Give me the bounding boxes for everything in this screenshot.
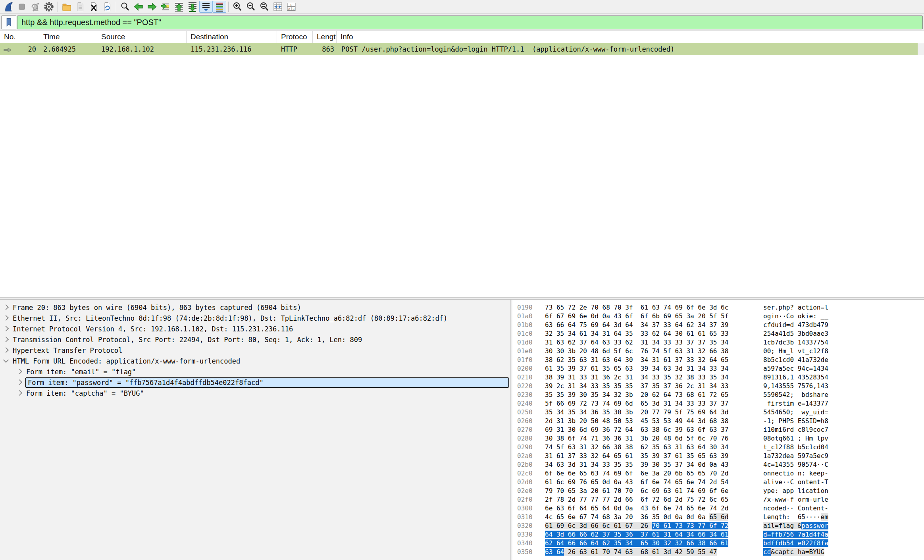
hex-row[interactable]: 020061 35 39 37 61 35 65 63 39 34 63 3d … — [512, 364, 924, 373]
hex-row[interactable]: 02405f 66 69 72 73 74 69 6d 65 3d 31 34 … — [512, 399, 924, 408]
detail-row[interactable]: Ethernet II, Src: LiteonTechno_8d:1f:98 … — [0, 313, 510, 323]
packet-list-empty-area[interactable] — [0, 55, 924, 297]
hex-ascii[interactable]: 1cb7dc3b 14337754 — [763, 339, 828, 346]
column-header-source[interactable]: Source — [97, 31, 187, 43]
hex-ascii[interactable]: i10mi6rd c8l9coc7 — [763, 426, 828, 433]
hex-row[interactable]: 02a031 61 37 33 32 64 65 61 35 39 37 61 … — [512, 451, 924, 460]
hex-row[interactable]: 02b034 63 3d 31 34 33 35 35 39 30 35 37 … — [512, 460, 924, 469]
hex-bytes[interactable]: 61 6c 69 76 65 0d 0a 43 6f 6e 74 65 6e 7… — [545, 478, 747, 486]
hex-ascii[interactable]: bdffdb54 e022f8fa — [763, 539, 828, 547]
hex-bytes[interactable]: 2f 78 2d 77 77 77 2d 66 6f 72 6d 2d 75 7… — [545, 496, 747, 503]
hex-bytes[interactable]: 64 3d 66 66 62 37 35 36 37 61 31 64 34 6… — [545, 531, 747, 538]
hex-row[interactable]: 032061 69 6c 3d 66 6c 61 67 26 70 61 73 … — [512, 521, 924, 530]
hex-bytes[interactable]: 79 70 65 3a 20 61 70 70 6c 69 63 61 74 6… — [545, 487, 747, 495]
packet-row[interactable]: 202.684925192.168.1.102115.231.236.116HT… — [0, 43, 918, 55]
detail-row-selected[interactable]: Form item: "password" = "ffb7567a1d4f4ab… — [0, 377, 510, 388]
hex-row[interactable]: 01d031 63 62 37 64 63 33 62 31 34 33 33 … — [512, 338, 924, 346]
hex-bytes[interactable]: 30 30 3b 20 48 6d 5f 6c 76 74 5f 63 31 3… — [545, 347, 747, 355]
hex-bytes[interactable]: 35 34 35 34 36 35 30 3b 20 77 79 5f 75 6… — [545, 408, 747, 416]
hex-row[interactable]: 027069 31 30 6d 69 36 72 64 63 38 6c 39 … — [512, 425, 924, 434]
column-header-time[interactable]: Time — [39, 31, 97, 43]
hex-bytes[interactable]: 38 62 35 63 31 63 64 30 34 31 61 37 33 3… — [545, 356, 747, 364]
capture-options-gear-icon[interactable] — [42, 1, 56, 13]
chevron-collapsed-icon[interactable] — [3, 347, 9, 352]
stop-capture-icon[interactable] — [15, 1, 29, 13]
hex-row[interactable]: 021038 39 31 33 31 36 2c 31 34 33 35 32 … — [512, 373, 924, 381]
next-packet-icon[interactable] — [145, 1, 159, 13]
previous-packet-icon[interactable] — [132, 1, 145, 13]
hex-ascii[interactable]: t_c12f88 b5c1cd04 — [763, 443, 828, 451]
hex-row[interactable]: 02c06f 6e 6e 65 63 74 69 6f 6e 3a 20 6b … — [512, 469, 924, 477]
hex-ascii[interactable]: /x-www-f orm-urle — [763, 496, 828, 503]
hex-bytes[interactable]: 2d 31 3b 20 50 48 50 53 45 53 53 49 44 3… — [545, 417, 747, 425]
hex-ascii[interactable]: cfduid=d 473db479 — [763, 321, 828, 329]
hex-ascii[interactable]: 9,143555 7576,143 — [763, 382, 828, 390]
hex-bytes[interactable]: 6e 63 6f 64 65 64 0d 0a 43 6f 6e 74 65 6… — [545, 504, 747, 512]
hex-bytes[interactable]: 63 64 26 63 61 70 74 63 68 61 3d 42 59 5… — [545, 548, 747, 556]
colorize-packets-icon[interactable] — [213, 1, 226, 13]
hex-bytes[interactable]: 61 35 39 37 61 35 65 63 39 34 63 3d 31 3… — [545, 365, 747, 372]
save-file-icon[interactable] — [73, 1, 87, 13]
hex-ascii[interactable]: 08otq661 ; Hm_lpv — [763, 435, 828, 442]
hex-row[interactable]: 02e079 70 65 3a 20 61 70 70 6c 69 63 61 … — [512, 486, 924, 495]
hex-bytes[interactable]: 69 31 30 6d 69 36 72 64 63 38 6c 39 63 6… — [545, 426, 747, 433]
column-header-info[interactable]: Info — [337, 31, 924, 43]
auto-scroll-icon[interactable] — [199, 1, 213, 13]
hex-ascii[interactable]: Length: 65····em — [763, 513, 828, 521]
hex-bytes[interactable]: 4c 65 6e 67 74 68 3a 20 36 35 0d 0a 0d 0… — [545, 513, 747, 521]
hex-ascii[interactable]: ail=flag &passwor — [763, 522, 828, 529]
hex-bytes[interactable]: 63 66 64 75 69 64 3d 64 34 37 33 64 62 3… — [545, 321, 747, 329]
open-file-folder-icon[interactable] — [60, 1, 73, 13]
zoom-in-icon[interactable] — [231, 1, 244, 13]
column-header-protocol[interactable]: Protoco — [277, 31, 313, 43]
chevron-collapsed-icon[interactable] — [3, 336, 9, 342]
hex-bytes[interactable]: 38 39 31 33 31 36 2c 31 34 33 35 32 38 3… — [545, 373, 747, 381]
hex-row[interactable]: 01b063 66 64 75 69 64 3d 64 34 37 33 64 … — [512, 320, 924, 329]
hex-bytes[interactable]: 5f 66 69 72 73 74 69 6d 65 3d 31 34 33 3… — [545, 400, 747, 407]
resize-columns-icon[interactable] — [271, 1, 285, 13]
detail-row[interactable]: Form item: "email" = "flag" — [0, 366, 510, 377]
find-packet-icon[interactable] — [118, 1, 132, 13]
chevron-collapsed-icon[interactable] — [3, 304, 9, 310]
hex-row[interactable]: 022039 2c 31 34 33 35 35 35 37 35 37 36 … — [512, 381, 924, 390]
hex-bytes[interactable]: 31 61 37 33 32 64 65 61 35 39 37 61 35 6… — [545, 452, 747, 460]
hex-ascii[interactable]: ogin··Co okie: __ — [763, 312, 828, 320]
hex-ascii[interactable]: 891316,1 43528354 — [763, 373, 828, 381]
hex-ascii[interactable]: 4c=14355 90574··C — [763, 461, 828, 468]
start-capture-icon[interactable] — [2, 1, 15, 13]
hex-ascii[interactable]: 5454650; wy_uid= — [763, 408, 828, 416]
hex-row[interactable]: 01e030 30 3b 20 48 6d 5f 6c 76 74 5f 63 … — [512, 346, 924, 355]
column-header-length[interactable]: Lengt — [313, 31, 337, 43]
hex-ascii[interactable]: a597a5ec 94c=1434 — [763, 365, 828, 372]
hex-ascii[interactable]: 254a41d5 3bd0aae3 — [763, 330, 828, 337]
hex-row[interactable]: 03104c 65 6e 67 74 68 3a 20 36 35 0d 0a … — [512, 512, 924, 521]
restart-capture-icon[interactable] — [29, 1, 42, 13]
chevron-collapsed-icon[interactable] — [3, 325, 9, 331]
hex-row[interactable]: 025035 34 35 34 36 35 30 3b 20 77 79 5f … — [512, 408, 924, 416]
hex-ascii[interactable]: cd&captc ha=BYUG — [763, 548, 824, 556]
hex-bytes[interactable]: 30 38 6f 74 71 36 36 31 3b 20 48 6d 5f 6… — [545, 435, 747, 442]
hex-row[interactable]: 03006e 63 6f 64 65 64 0d 0a 43 6f 6e 74 … — [512, 504, 924, 512]
zoom-out-icon[interactable] — [244, 1, 258, 13]
hex-ascii[interactable]: 1a732dea 597a5ec9 — [763, 452, 828, 460]
chevron-expanded-icon[interactable] — [3, 357, 9, 363]
hex-ascii[interactable]: ype: app lication — [763, 487, 828, 495]
hex-ascii[interactable]: onnectio n: keep- — [763, 470, 828, 477]
hex-ascii[interactable]: 8b5c1cd0 41a732de — [763, 356, 828, 364]
close-file-icon[interactable] — [87, 1, 100, 13]
go-to-packet-icon[interactable] — [159, 1, 172, 13]
detail-row[interactable]: Internet Protocol Version 4, Src: 192.16… — [0, 323, 510, 334]
chevron-collapsed-icon[interactable] — [17, 390, 22, 395]
hex-bytes[interactable]: 74 5f 63 31 32 66 38 38 62 35 63 31 63 6… — [545, 443, 747, 451]
hex-bytes[interactable]: 31 63 62 37 64 63 33 62 31 34 33 33 37 3… — [545, 339, 747, 346]
hex-row[interactable]: 02d061 6c 69 76 65 0d 0a 43 6f 6e 74 65 … — [512, 477, 924, 486]
filter-bookmark-button[interactable] — [1, 15, 16, 29]
detail-row[interactable]: Transmission Control Protocol, Src Port:… — [0, 334, 510, 345]
hex-row[interactable]: 033064 3d 66 66 62 37 35 36 37 61 31 64 … — [512, 530, 924, 539]
hex-bytes[interactable]: 6f 67 69 6e 0d 0a 43 6f 6f 6b 69 65 3a 2… — [545, 312, 747, 320]
layout-icon[interactable]: 123 — [285, 1, 298, 13]
hex-bytes[interactable]: 73 65 72 2e 70 68 70 3f 61 63 74 69 6f 6… — [545, 304, 747, 311]
hex-bytes[interactable]: 39 2c 31 34 33 35 35 35 37 35 37 36 2c 3… — [545, 382, 747, 390]
hex-row[interactable]: 028030 38 6f 74 71 36 36 31 3b 20 48 6d … — [512, 434, 924, 443]
hex-row[interactable]: 019073 65 72 2e 70 68 70 3f 61 63 74 69 … — [512, 303, 924, 312]
